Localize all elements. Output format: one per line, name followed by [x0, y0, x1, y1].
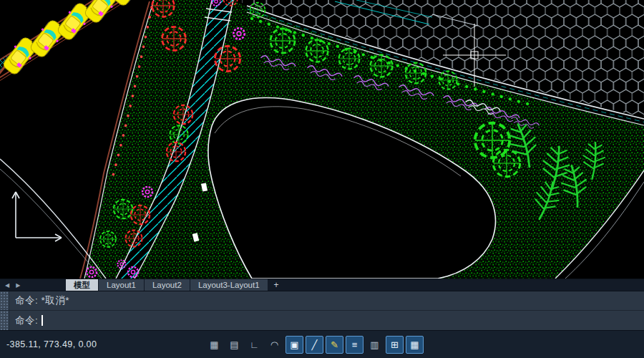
- tab-scroll-right-button[interactable]: ▶: [14, 281, 22, 289]
- selection-cycling-button[interactable]: ⊞: [386, 336, 404, 354]
- grid-display-button[interactable]: ▦: [205, 336, 223, 354]
- command-history-text: 命令: *取消*: [9, 294, 69, 307]
- dynamic-input-button[interactable]: ✎: [326, 336, 343, 354]
- drawing-area[interactable]: [0, 0, 644, 279]
- cad-window: ◀ ▶ 模型 Layout1 Layout2 Layout3-Layout1 +…: [0, 0, 644, 358]
- add-layout-button[interactable]: +: [268, 279, 285, 291]
- coordinates-readout: -385.11, 773.49, 0.00: [6, 339, 205, 349]
- lineweight-button[interactable]: ≡: [346, 336, 364, 354]
- tab-layout2[interactable]: Layout2: [145, 279, 190, 291]
- status-toggle-group: ▦ ▤ ∟ ◠ ▣ ╱ ✎ ≡ ▥ ⊞ ▦: [205, 336, 424, 354]
- command-panel-grip[interactable]: [0, 311, 9, 330]
- tab-scroll-left-button[interactable]: ◀: [3, 281, 11, 289]
- text-cursor: [42, 315, 43, 326]
- drawing-canvas[interactable]: [0, 0, 644, 279]
- ortho-mode-button[interactable]: ∟: [245, 336, 263, 354]
- tab-model[interactable]: 模型: [66, 279, 99, 291]
- status-bar: -385.11, 773.49, 0.00 ▦ ▤ ∟ ◠ ▣ ╱ ✎ ≡ ▥ …: [0, 330, 644, 358]
- command-panel-grip[interactable]: [0, 291, 9, 310]
- tab-layout1[interactable]: Layout1: [99, 279, 145, 291]
- snap-mode-button[interactable]: ▤: [225, 336, 243, 354]
- transparency-button[interactable]: ▥: [366, 336, 384, 354]
- tab-scroll-controls: ◀ ▶: [0, 279, 66, 291]
- command-line-panel: 命令: *取消* 命令:: [0, 291, 644, 330]
- command-history-row: 命令: *取消*: [0, 291, 644, 311]
- tab-layout3[interactable]: Layout3-Layout1: [190, 279, 268, 291]
- layout-tab-bar: ◀ ▶ 模型 Layout1 Layout2 Layout3-Layout1 +: [0, 279, 644, 291]
- polar-tracking-button[interactable]: ◠: [265, 336, 283, 354]
- annotation-scale-button[interactable]: ▦: [406, 336, 424, 354]
- object-snap-button[interactable]: ▣: [286, 336, 303, 354]
- command-prompt-text: 命令:: [9, 314, 38, 327]
- object-snap-tracking-button[interactable]: ╱: [306, 336, 323, 354]
- command-input-row[interactable]: 命令:: [0, 311, 644, 330]
